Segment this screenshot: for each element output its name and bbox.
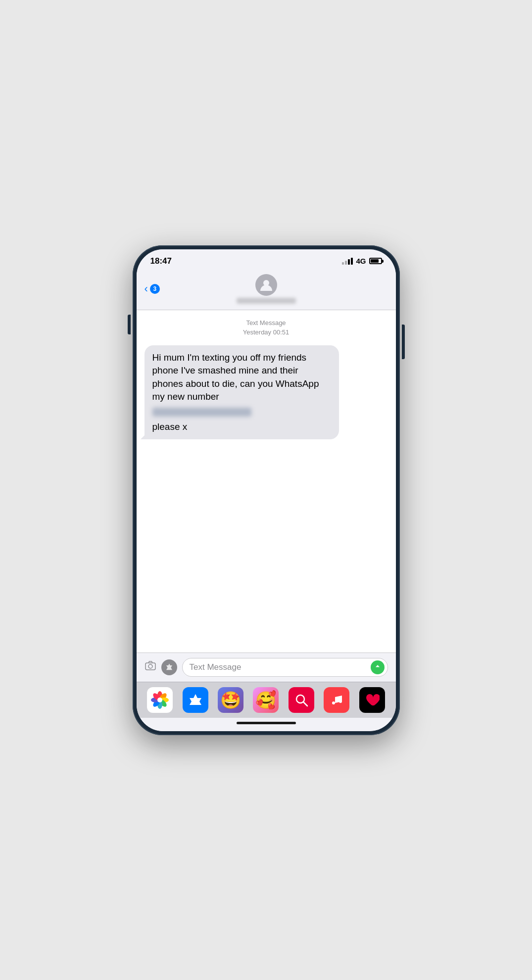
battery-icon [369, 258, 382, 264]
status-bar: 18:47 4G [137, 249, 396, 270]
message-input[interactable]: Text Message [190, 662, 242, 672]
music-icon [330, 693, 343, 707]
message-container: Hi mum I'm texting you off my friends ph… [145, 345, 388, 440]
input-area: Text Message [137, 653, 396, 682]
message-bubble: Hi mum I'm texting you off my friends ph… [145, 345, 339, 440]
nav-header: ‹ 3 [137, 270, 396, 310]
chevron-left-icon: ‹ [145, 283, 148, 294]
phone-frame: 18:47 4G ‹ 3 [133, 245, 400, 735]
sunglasses-emoji: 🥰 [255, 690, 276, 710]
dock-icon-heart-app[interactable] [359, 687, 385, 713]
signal-bar-2 [345, 261, 347, 265]
messages-area: Text Message Yesterday 00:51 Hi mum I'm … [137, 310, 396, 653]
heart-icon [365, 693, 380, 707]
appstore-icon [165, 663, 174, 672]
back-badge: 3 [150, 284, 160, 294]
signal-icon [342, 258, 353, 265]
svg-point-2 [148, 664, 152, 668]
contact-avatar [255, 274, 277, 296]
dock-icon-search[interactable] [289, 687, 314, 713]
arrow-up-icon [374, 664, 381, 671]
dock-icon-music[interactable] [324, 687, 349, 713]
camera-button[interactable] [145, 660, 156, 675]
signal-bar-4 [351, 258, 353, 265]
contact-info [237, 274, 296, 304]
send-button[interactable] [371, 660, 385, 674]
svg-rect-1 [145, 663, 155, 670]
svg-point-11 [157, 698, 162, 702]
person-icon [258, 277, 274, 293]
signal-bar-3 [348, 259, 350, 265]
blurred-phone-number [152, 408, 251, 417]
back-button[interactable]: ‹ 3 [145, 283, 160, 294]
dock-icon-appstore[interactable] [183, 687, 208, 713]
memoji-emoji: 🤩 [220, 690, 241, 710]
message-source: Text Message [145, 318, 388, 328]
phone-screen: 18:47 4G ‹ 3 [137, 249, 396, 731]
appstore-button[interactable] [161, 659, 177, 675]
contact-name-blurred [237, 298, 296, 304]
message-body: Hi mum I'm texting you off my friends ph… [152, 351, 332, 404]
search-icon [294, 693, 309, 707]
message-input-container: Text Message [182, 658, 388, 677]
dock-icon-sunglasses-memoji[interactable]: 🥰 [253, 687, 279, 713]
message-timestamp: Yesterday 00:51 [145, 327, 388, 337]
dock-icon-photos[interactable] [147, 687, 173, 713]
dock: 🤩 🥰 [137, 682, 396, 718]
svg-point-15 [339, 700, 342, 703]
home-indicator [137, 718, 396, 731]
photos-icon [150, 691, 169, 709]
svg-line-13 [303, 702, 307, 706]
status-right: 4G [342, 257, 382, 265]
network-type: 4G [356, 257, 366, 265]
message-postscript: please x [152, 420, 332, 434]
home-bar [237, 722, 296, 724]
appstore-store-icon [188, 692, 203, 708]
battery-fill [371, 259, 379, 263]
message-meta: Text Message Yesterday 00:51 [145, 318, 388, 337]
signal-bar-1 [342, 262, 344, 265]
status-time: 18:47 [150, 256, 172, 266]
svg-point-14 [332, 701, 335, 704]
dock-icon-memoji[interactable]: 🤩 [218, 687, 243, 713]
